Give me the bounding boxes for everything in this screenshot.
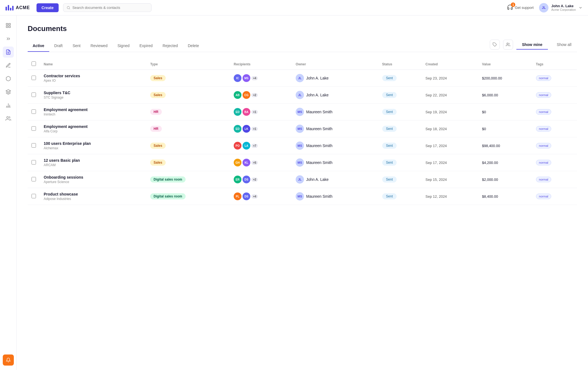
table-row: Employment agreementAlfa CorpHREDLK+1 MS… — [28, 120, 577, 137]
extra-recipients: +1 — [251, 127, 258, 131]
extra-recipients: +2 — [251, 93, 258, 97]
main-content: Documents Active Draft Sent Reviewed Sig… — [17, 16, 588, 214]
recipients-cell: ICMS+4 — [234, 74, 288, 82]
tag-badge: normal — [536, 177, 551, 182]
tab-active[interactable]: Active — [28, 40, 49, 52]
tabs-row: Active Draft Sent Reviewed Signed Expire… — [28, 40, 577, 52]
value-cell: $6,000.00 — [482, 93, 498, 97]
recipients-cell: POLA+7 — [234, 142, 288, 150]
row-checkbox[interactable] — [32, 160, 36, 165]
doc-name: 12 users Basic plan — [44, 158, 142, 163]
tag-badge: normal — [536, 194, 551, 199]
owner-avatar: MS — [296, 142, 304, 150]
value-cell: $200,000.00 — [482, 76, 502, 80]
row-checkbox[interactable] — [32, 143, 36, 148]
sidebar-item-contacts[interactable] — [3, 113, 14, 124]
owner-cell: MS Maureen Smith — [296, 125, 374, 133]
type-badge: Sales — [150, 143, 165, 149]
doc-sub: STC Signage — [44, 96, 142, 99]
owner-cell: JL John A. Lake — [296, 74, 374, 82]
sidebar-item-documents[interactable] — [3, 47, 14, 58]
support-button[interactable]: 1 Get support — [507, 4, 534, 11]
recipient-avatar: CG — [243, 91, 250, 99]
doc-name: Onboarding sessions — [44, 175, 142, 179]
owner-name: Maureen Smith — [306, 127, 332, 131]
show-all-button[interactable]: Show all — [551, 40, 577, 49]
status-badge: Sent — [382, 143, 397, 149]
recipients-cell: EDBA+1 — [234, 108, 288, 116]
owner-avatar: JL — [296, 91, 304, 99]
created-date: Sep 19, 2024 — [422, 104, 478, 120]
owner-avatar: MS — [296, 158, 304, 167]
create-button[interactable]: Create — [37, 3, 59, 12]
svg-line-1 — [69, 8, 70, 9]
tab-rejected[interactable]: Rejected — [158, 40, 183, 52]
tab-draft[interactable]: Draft — [49, 40, 67, 52]
people-filter-button[interactable] — [503, 40, 513, 50]
search-icon — [67, 6, 70, 10]
sidebar-item-arrows[interactable] — [3, 33, 14, 44]
type-badge: Sales — [150, 75, 165, 81]
extra-recipients: +2 — [251, 178, 258, 182]
row-checkbox[interactable] — [32, 177, 36, 181]
table-row: 100 users Enterprise planAlchemaxSalesPO… — [28, 137, 577, 154]
recipient-avatar: IC — [234, 74, 241, 82]
recipient-avatar: MS — [243, 74, 250, 82]
row-checkbox[interactable] — [32, 92, 36, 97]
svg-rect-3 — [9, 24, 10, 25]
sidebar-item-editor[interactable] — [3, 60, 14, 71]
owner-name: John A. Lake — [306, 177, 329, 182]
recipient-avatar: DS — [243, 192, 250, 200]
sidebar-item-dashboard[interactable] — [3, 20, 14, 31]
status-badge: Sent — [382, 126, 397, 132]
logo-area: ACME — [6, 5, 30, 11]
col-tags: Tags — [532, 59, 577, 70]
col-name: Name — [40, 59, 146, 70]
value-cell: $2,000.00 — [482, 178, 498, 182]
sidebar-item-box[interactable] — [3, 73, 14, 84]
show-mine-button[interactable]: Show mine — [516, 40, 548, 50]
owner-avatar: MS — [296, 108, 304, 116]
sidebar-item-chart[interactable] — [3, 100, 14, 111]
value-cell: $0 — [482, 127, 486, 131]
created-date: Sep 17, 2024 — [422, 154, 478, 171]
search-input[interactable] — [72, 6, 148, 10]
doc-sub: Adipose Industries — [44, 197, 142, 201]
status-badge: Sent — [382, 92, 397, 98]
doc-name: Employment agreement — [44, 107, 142, 112]
row-checkbox[interactable] — [32, 194, 36, 198]
nav-right: 1 Get support JL John A. Lake Acme Corpo… — [507, 3, 582, 12]
owner-name: Maureen Smith — [306, 160, 332, 165]
type-badge: Digital sales room — [150, 176, 185, 183]
doc-sub: Apex IO — [44, 79, 142, 83]
logo-text: ACME — [16, 5, 30, 10]
recipients-cell: ERDS+2 — [234, 176, 288, 183]
doc-name: 100 users Enterprise plan — [44, 141, 142, 146]
tab-expired[interactable]: Expired — [134, 40, 157, 52]
type-badge: Sales — [150, 92, 165, 98]
doc-sub: Alfa Corp — [44, 129, 142, 133]
tab-sent[interactable]: Sent — [67, 40, 85, 52]
user-company: Acme Corporation — [551, 8, 576, 11]
search-box[interactable] — [63, 3, 152, 12]
created-date: Sep 15, 2024 — [422, 171, 478, 188]
tag-filter-button[interactable] — [490, 40, 500, 50]
row-checkbox[interactable] — [32, 109, 36, 114]
row-checkbox[interactable] — [32, 76, 36, 80]
recipient-avatar: BA — [243, 108, 250, 116]
user-menu[interactable]: JL John A. Lake Acme Corporation — [539, 3, 582, 12]
tab-delete[interactable]: Delete — [183, 40, 204, 52]
sidebar-item-layers[interactable] — [3, 86, 14, 97]
tag-badge: normal — [536, 92, 551, 98]
status-badge: Sent — [382, 193, 397, 199]
tab-reviewed[interactable]: Reviewed — [85, 40, 112, 52]
type-badge: HR — [150, 126, 162, 132]
row-checkbox[interactable] — [32, 126, 36, 131]
tab-signed[interactable]: Signed — [113, 40, 135, 52]
chevron-down-icon — [579, 6, 582, 10]
status-badge: Sent — [382, 176, 397, 183]
created-date: Sep 18, 2024 — [422, 120, 478, 137]
select-all-checkbox[interactable] — [32, 61, 36, 66]
top-navigation: ACME Create 1 Get support JL John A. Lak… — [0, 0, 588, 16]
user-info: John A. Lake Acme Corporation — [551, 4, 576, 11]
